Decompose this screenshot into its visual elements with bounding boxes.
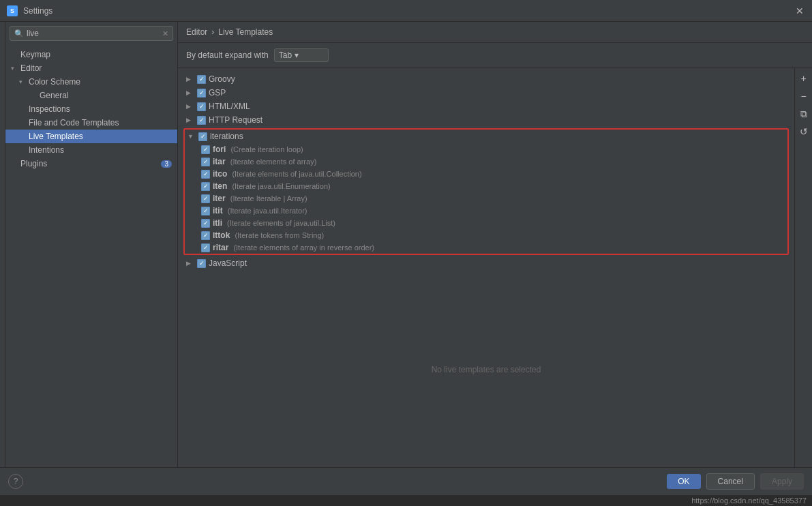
itli-checkbox[interactable]: ✓	[201, 219, 210, 228]
itco-name: itco	[213, 169, 227, 179]
search-box[interactable]: 🔍 ✕	[10, 26, 173, 41]
itar-checkbox[interactable]: ✓	[201, 158, 210, 166]
groovy-expand-arrow: ▶	[186, 76, 194, 83]
groovy-label: Groovy	[209, 74, 235, 84]
ittok-name: ittok	[213, 230, 230, 240]
sidebar-item-keymap[interactable]: Keymap	[5, 48, 177, 61]
itco-desc: (Iterate elements of java.util.Collectio…	[230, 170, 361, 178]
itit-desc: (Iterate java.util.Iterator)	[226, 207, 307, 215]
gsp-label: GSP	[209, 88, 226, 98]
expand-with-dropdown[interactable]: Tab ▾	[274, 48, 329, 62]
iter-desc: (Iterate Iterable | Array)	[228, 194, 307, 203]
iter-name: iter	[213, 194, 226, 203]
sidebar-item-intentions[interactable]: Intentions	[5, 143, 177, 157]
search-input[interactable]	[27, 29, 162, 38]
itli-name: itli	[213, 218, 222, 228]
group-groovy[interactable]: ▶ ✓ Groovy	[178, 72, 794, 86]
group-http-request[interactable]: ▶ ✓ HTTP Request	[178, 113, 794, 127]
javascript-label: JavaScript	[209, 258, 247, 268]
reset-button[interactable]: ↺	[796, 124, 811, 139]
title-bar-left: S Settings	[7, 5, 52, 16]
gsp-checkbox[interactable]: ✓	[197, 89, 206, 98]
editor-label: Editor	[20, 63, 42, 73]
templates-list: ▶ ✓ Groovy ▶ ✓ GSP ▶ ✓	[178, 68, 794, 272]
template-iten[interactable]: ✓ iten (Iterate java.util.Enumeration)	[185, 180, 787, 192]
add-button[interactable]: +	[796, 71, 811, 86]
http-request-label: HTTP Request	[209, 115, 262, 125]
iten-checkbox[interactable]: ✓	[201, 182, 210, 191]
group-javascript[interactable]: ▶ ✓ JavaScript	[178, 256, 794, 270]
group-html-xml[interactable]: ▶ ✓ HTML/XML	[178, 100, 794, 113]
sidebar-item-plugins[interactable]: Plugins 3	[5, 157, 177, 170]
gsp-expand-arrow: ▶	[186, 89, 194, 96]
group-gsp[interactable]: ▶ ✓ GSP	[178, 86, 794, 100]
close-button[interactable]: ✕	[794, 5, 805, 16]
color-scheme-arrow	[19, 78, 26, 85]
template-ittok[interactable]: ✓ ittok (Iterate tokens from String)	[185, 229, 787, 241]
copy-button[interactable]: ⧉	[796, 106, 811, 121]
toolbar: By default expand with Tab ▾	[178, 43, 812, 68]
template-ritar[interactable]: ✓ ritar (Iterate elements of array in re…	[185, 241, 787, 254]
ittok-desc: (Iterate tokens from String)	[232, 231, 324, 239]
empty-state-message: No live templates are selected	[432, 365, 541, 374]
sidebar-item-color-scheme[interactable]: Color Scheme	[5, 75, 177, 89]
sidebar-item-editor[interactable]: Editor	[5, 61, 177, 75]
live-templates-label: Live Templates	[29, 132, 83, 141]
template-iter[interactable]: ✓ iter (Iterate Iterable | Array)	[185, 192, 787, 205]
empty-state: No live templates are selected	[178, 272, 794, 468]
template-itli[interactable]: ✓ itli (Iterate elements of java.util.Li…	[185, 217, 787, 229]
javascript-checkbox[interactable]: ✓	[197, 259, 206, 268]
breadcrumb-part2: Live Templates	[218, 27, 273, 37]
sidebar-item-inspections[interactable]: Inspections	[5, 102, 177, 116]
template-itar[interactable]: ✓ itar (Iterate elements of array)	[185, 155, 787, 168]
iterations-group-header[interactable]: ▼ ✓ iterations	[185, 130, 787, 143]
keymap-label: Keymap	[20, 50, 50, 59]
fori-checkbox[interactable]: ✓	[201, 145, 210, 154]
bottom-bar: ? OK Cancel Apply	[0, 467, 812, 495]
inspections-label: Inspections	[29, 104, 70, 114]
http-request-checkbox[interactable]: ✓	[197, 116, 206, 125]
sidebar-tree: Keymap Editor Color Scheme General	[5, 45, 177, 467]
window-title: Settings	[23, 6, 52, 16]
html-xml-checkbox[interactable]: ✓	[197, 102, 206, 111]
iten-desc: (Iterate java.util.Enumeration)	[230, 182, 330, 190]
ritar-checkbox[interactable]: ✓	[201, 243, 210, 252]
iterations-checkbox[interactable]: ✓	[198, 132, 207, 141]
left-edge	[0, 22, 5, 467]
url-text: https://blog.csdn.net/qq_43585377	[691, 496, 807, 505]
apply-button[interactable]: Apply	[760, 473, 804, 490]
iterations-label: iterations	[210, 132, 243, 141]
search-icon: 🔍	[14, 29, 24, 38]
html-xml-expand-arrow: ▶	[186, 103, 194, 110]
groovy-checkbox[interactable]: ✓	[197, 75, 206, 84]
breadcrumb-separator: ›	[211, 27, 214, 37]
template-itco[interactable]: ✓ itco (Iterate elements of java.util.Co…	[185, 168, 787, 180]
sidebar-item-general[interactable]: General	[5, 89, 177, 102]
itli-desc: (Iterate elements of java.util.List)	[225, 219, 335, 227]
cancel-button[interactable]: Cancel	[706, 473, 755, 490]
url-bar: https://blog.csdn.net/qq_43585377	[0, 495, 812, 506]
remove-button[interactable]: −	[796, 89, 811, 104]
sidebar-item-file-templates[interactable]: File and Code Templates	[5, 116, 177, 130]
file-templates-label: File and Code Templates	[29, 118, 119, 128]
side-action-bar: + − ⧉ ↺	[794, 68, 812, 467]
sidebar-item-live-templates[interactable]: Live Templates	[5, 130, 177, 143]
templates-content: ▶ ✓ Groovy ▶ ✓ GSP ▶ ✓	[178, 68, 794, 467]
template-fori[interactable]: ✓ fori (Create iteration loop)	[185, 143, 787, 155]
itit-checkbox[interactable]: ✓	[201, 207, 210, 215]
help-button[interactable]: ?	[8, 474, 23, 489]
ritar-desc: (Iterate elements of array in reverse or…	[231, 243, 374, 252]
ok-button[interactable]: OK	[667, 474, 700, 489]
iter-checkbox[interactable]: ✓	[201, 194, 210, 203]
app-icon: S	[7, 5, 18, 16]
settings-window: S Settings ✕ 🔍 ✕ Keymap	[0, 0, 812, 506]
itit-name: itit	[213, 206, 223, 215]
itco-checkbox[interactable]: ✓	[201, 170, 210, 179]
ittok-checkbox[interactable]: ✓	[201, 231, 210, 240]
template-itit[interactable]: ✓ itit (Iterate java.util.Iterator)	[185, 205, 787, 217]
search-clear-icon[interactable]: ✕	[162, 29, 168, 38]
breadcrumb-part1: Editor	[186, 27, 207, 37]
iterations-expand-arrow: ▼	[187, 133, 196, 140]
dropdown-value: Tab	[279, 50, 292, 60]
itar-desc: (Iterate elements of array)	[228, 158, 317, 166]
